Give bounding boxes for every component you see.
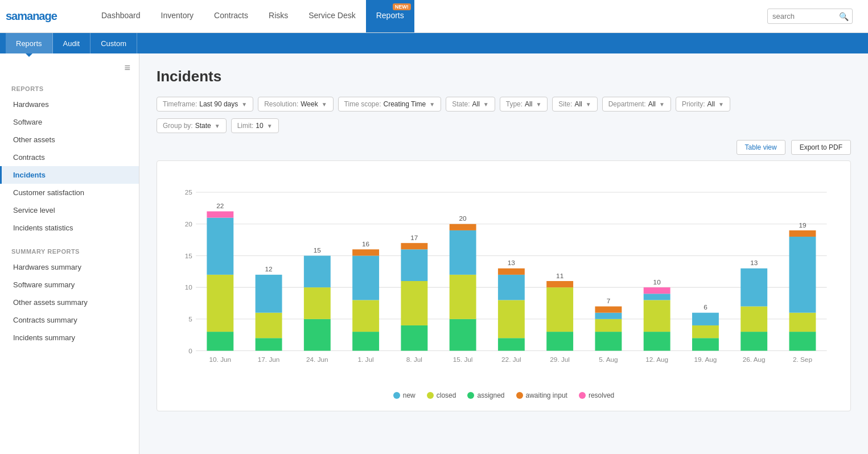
- svg-text:12: 12: [265, 266, 273, 273]
- nav-tab-inventory[interactable]: Inventory: [151, 0, 204, 32]
- legend-dot-awaiting: [516, 392, 523, 399]
- filter-type[interactable]: Type: All ▼: [500, 97, 548, 112]
- nav-tab-risks[interactable]: Risks: [258, 0, 298, 32]
- sidebar-item-hardwares[interactable]: Hardwares: [0, 96, 139, 113]
- bar-segment-new: [207, 218, 233, 275]
- svg-text:8. Jul: 8. Jul: [406, 356, 422, 363]
- nav-tab-service-desk[interactable]: Service Desk: [298, 0, 365, 32]
- bar-segment-awaiting: [546, 281, 573, 287]
- sidebar-item-software-summary[interactable]: Software summary: [0, 276, 139, 294]
- legend-assigned: assigned: [467, 391, 504, 399]
- svg-text:29. Jul: 29. Jul: [550, 356, 570, 363]
- bar-segment-closed: [644, 300, 670, 332]
- svg-text:17. Jun: 17. Jun: [258, 356, 280, 363]
- sidebar-item-hardwares-summary[interactable]: Hardwares summary: [0, 258, 139, 276]
- page-title: Incidents: [157, 68, 851, 85]
- legend-label-closed: closed: [437, 391, 456, 399]
- filter-limit[interactable]: Limit: 10 ▼: [231, 118, 279, 133]
- bar-segment-assigned: [741, 332, 767, 350]
- filter-state[interactable]: State: All ▼: [446, 97, 495, 112]
- svg-text:25: 25: [185, 188, 193, 196]
- bar-segment-assigned: [692, 338, 719, 350]
- chart-header: Table view Export to PDF: [157, 140, 851, 155]
- filter-department[interactable]: Department: All ▼: [602, 97, 671, 112]
- legend-dot-resolved: [579, 392, 586, 399]
- logo: samanage: [6, 0, 80, 32]
- svg-text:20: 20: [185, 220, 193, 228]
- bar-segment-awaiting: [789, 230, 816, 237]
- bar-segment-awaiting: [595, 307, 622, 313]
- filter-group_by[interactable]: Group by: State ▼: [157, 118, 227, 133]
- svg-text:15: 15: [185, 252, 193, 259]
- bar-segment-new: [595, 313, 622, 319]
- subnav-item-audit[interactable]: Audit: [53, 33, 91, 53]
- sidebar-item-contracts[interactable]: Contracts: [0, 148, 139, 166]
- export-pdf-button[interactable]: Export to PDF: [791, 140, 851, 155]
- sidebar-item-incidents[interactable]: Incidents: [0, 166, 139, 184]
- subnav-item-custom[interactable]: Custom: [90, 33, 137, 53]
- nav-tab-contracts[interactable]: Contracts: [204, 0, 258, 32]
- bar-segment-assigned: [401, 325, 427, 351]
- svg-text:10: 10: [185, 283, 193, 291]
- sidebar-item-other-assets-summary[interactable]: Other assets summary: [0, 294, 139, 311]
- svg-text:17: 17: [410, 234, 418, 241]
- sidebar-item-incidents-statistics[interactable]: Incidents statistics: [0, 219, 139, 237]
- svg-text:13: 13: [750, 259, 758, 266]
- main-content: Incidents Timeframe: Last 90 days ▼Resol…: [139, 53, 868, 454]
- bar-segment-assigned: [352, 332, 379, 350]
- search-box: 🔍: [767, 0, 862, 32]
- chart-wrapper: 05101520252210. Jun1217. Jun1524. Jun161…: [168, 172, 839, 383]
- svg-text:15: 15: [314, 246, 322, 254]
- legend-dot-assigned: [467, 392, 474, 399]
- nav-tabs: DashboardInventoryContractsRisksService …: [91, 0, 767, 32]
- subnav-item-reports[interactable]: Reports: [6, 33, 53, 53]
- filter-time_scope[interactable]: Time scope: Creating Time ▼: [338, 97, 442, 112]
- svg-text:19. Aug: 19. Aug: [694, 356, 717, 363]
- bar-segment-closed: [789, 313, 816, 332]
- svg-text:0: 0: [188, 347, 192, 354]
- bar-segment-closed: [352, 300, 379, 332]
- reports-section-title: REPORTS: [0, 80, 139, 96]
- svg-text:5. Aug: 5. Aug: [599, 356, 618, 363]
- bar-segment-closed: [256, 313, 282, 339]
- filter-priority[interactable]: Priority: All ▼: [676, 97, 730, 112]
- bar-segment-new: [304, 255, 331, 287]
- bar-segment-resolved: [207, 211, 233, 217]
- sidebar-item-contracts-summary[interactable]: Contracts summary: [0, 311, 139, 329]
- bar-segment-new: [450, 230, 476, 275]
- bar-segment-assigned: [595, 332, 622, 350]
- nav-tab-dashboard[interactable]: Dashboard: [91, 0, 151, 32]
- sidebar-item-other-assets[interactable]: Other assets: [0, 131, 139, 148]
- svg-text:1. Jul: 1. Jul: [358, 356, 374, 363]
- svg-text:19: 19: [799, 221, 806, 229]
- legend-dot-new: [393, 392, 400, 399]
- legend-label-assigned: assigned: [477, 391, 504, 399]
- legend-new: new: [393, 391, 416, 399]
- sidebar: ≡ REPORTS HardwaresSoftwareOther assetsC…: [0, 53, 139, 454]
- sidebar-item-customer-satisfaction[interactable]: Customer satisfaction: [0, 184, 139, 201]
- sidebar-item-service-level[interactable]: Service level: [0, 201, 139, 219]
- table-view-button[interactable]: Table view: [737, 140, 785, 155]
- svg-text:12. Aug: 12. Aug: [645, 356, 668, 363]
- layout: ≡ REPORTS HardwaresSoftwareOther assetsC…: [0, 53, 868, 454]
- sidebar-item-incidents-summary[interactable]: Incidents summary: [0, 329, 139, 346]
- legend-dot-closed: [427, 392, 434, 399]
- top-bar: samanage DashboardInventoryContractsRisk…: [0, 0, 868, 33]
- filter-resolution[interactable]: Resolution: Week ▼: [258, 97, 333, 112]
- svg-text:15. Jul: 15. Jul: [453, 356, 473, 363]
- sidebar-toggle[interactable]: ≡: [0, 62, 139, 80]
- filter-site[interactable]: Site: All ▼: [552, 97, 597, 112]
- filter-timeframe[interactable]: Timeframe: Last 90 days ▼: [157, 97, 253, 112]
- legend-closed: closed: [427, 391, 456, 399]
- sidebar-item-software[interactable]: Software: [0, 113, 139, 131]
- nav-tab-reports[interactable]: ReportsNEW!: [366, 0, 414, 32]
- chart-legend: newclosedassignedawaiting inputresolved: [168, 391, 839, 399]
- svg-text:26. Aug: 26. Aug: [743, 356, 766, 363]
- legend-label-awaiting: awaiting input: [526, 391, 567, 399]
- chart-container: 05101520252210. Jun1217. Jun1524. Jun161…: [157, 160, 851, 411]
- legend-label-resolved: resolved: [589, 391, 614, 399]
- svg-text:7: 7: [607, 297, 611, 304]
- bar-segment-closed: [207, 275, 233, 332]
- filters-row2: Group by: State ▼Limit: 10 ▼: [157, 118, 851, 133]
- summary-section-title: SUMMARY REPORTS: [0, 242, 139, 258]
